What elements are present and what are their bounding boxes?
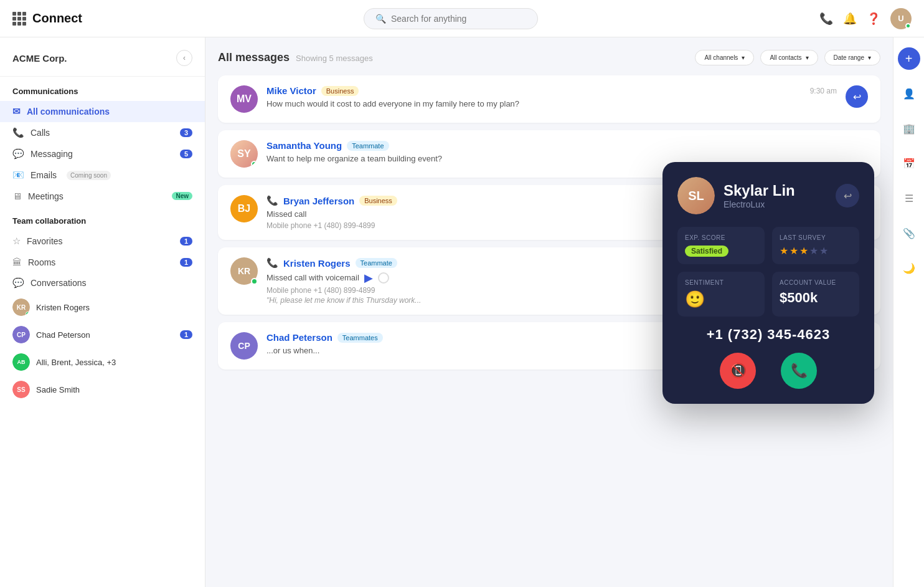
msg-top-samantha: Samantha Young Teammate [266,140,868,151]
msg-name-chad: Chad Peterson [266,332,332,343]
sentiment-stat: SENTIMENT 🙂 [677,272,765,317]
sidebar-item-conversations[interactable]: 💬 Conversations [0,272,205,294]
right-nav: + 👤 🏢 📅 ☰ 📎 🌙 [893,37,924,587]
main-content: All messages Showing 5 messages All chan… [205,37,893,587]
msg-tag-chad: Teammates [337,333,383,343]
sidebar-item-favorites[interactable]: ☆ Favorites 1 [0,231,205,252]
sidebar-item-emails[interactable]: 📧 Emails Coming soon [0,165,205,186]
convo-avatar-alli: AB [12,353,30,371]
msg-name-samantha: Samantha Young [266,140,342,151]
header-left: Connect [12,11,82,26]
convo-name-alli: Alli, Brent, Jessica, +3 [36,358,116,367]
all-channels-filter[interactable]: All channels ▾ [695,50,754,65]
convo-name-chad: Chad Peterson [36,330,90,340]
search-icon: 🔍 [375,14,386,24]
convo-item-kristen[interactable]: KR Kristen Rogers [2,294,202,321]
chad-badge: 1 [180,330,192,339]
convo-name-kristen: Kristen Rogers [36,303,90,312]
convo-item-sadie[interactable]: SS Sadie Smith [2,376,202,403]
messaging-badge: 5 [180,150,192,158]
help-icon[interactable]: ❓ [867,12,880,26]
bell-icon[interactable]: 🔔 [843,12,857,26]
sentiment-emoji: 🙂 [685,290,705,308]
convo-avatar-sadie: SS [12,381,30,398]
msg-body-samantha: Samantha Young Teammate Want to help me … [266,140,868,165]
message-card-mike: MV Mike Victor Business 9:30 am How much… [218,75,880,123]
sidebar-item-all-communications[interactable]: ✉ All communications [0,101,205,122]
decline-icon: 📵 [730,363,747,379]
favorites-icon: ☆ [12,236,21,247]
msg-time-mike: 9:30 am [810,87,837,95]
convo-avatar-kristen: KR [12,298,30,316]
chevron-down-icon: ▾ [868,54,871,61]
company-nav-button[interactable]: 🏢 [898,117,920,140]
call-phone-number: +1 (732) 345-4623 [677,327,859,343]
accept-call-button[interactable]: 📞 [781,353,817,389]
msg-avatar-bryan: BJ [230,195,258,222]
star-3: ★ [799,245,808,257]
conversations-icon: 💬 [12,277,24,289]
last-survey-label: LAST SURVEY [780,234,852,241]
call-contact: SL Skylar Lin ElectroLux ↩ [677,177,859,214]
moon-nav-button[interactable]: 🌙 [898,257,920,279]
search-bar[interactable]: 🔍 [364,8,538,29]
decline-call-button[interactable]: 📵 [720,353,756,389]
account-value-label: ACCOUNT VALUE [780,279,852,286]
search-input[interactable] [391,14,516,24]
paperclip-icon: 📎 [903,227,915,239]
call-actions: 📵 📞 [677,353,859,389]
grid-icon[interactable] [12,12,26,26]
all-contacts-filter[interactable]: All contacts ▾ [760,50,818,65]
building-icon: 🏢 [903,123,915,135]
communications-section-title: Communications [0,77,205,101]
profile-nav-button[interactable]: 👤 [898,82,920,105]
conversations-label: Conversations [31,278,87,288]
call-contact-avatar: SL [677,177,715,214]
star-5: ★ [819,245,828,257]
messages-title: All messages [218,51,290,64]
convo-item-chad[interactable]: CP Chad Peterson 1 [2,321,202,348]
convo-item-alli[interactable]: AB Alli, Brent, Jessica, +3 [2,348,202,376]
rooms-badge: 1 [180,258,192,267]
msg-tag-mike: Business [321,86,359,96]
call-stats: EXP. SCORE Satisfied LAST SURVEY ★ ★ ★ ★… [677,227,859,317]
msg-text-kristen: Missed call with voicemail [266,272,359,284]
calls-icon: 📞 [12,127,24,138]
filters: All channels ▾ All contacts ▾ Date range… [695,50,880,65]
sidebar-item-rooms[interactable]: 🏛 Rooms 1 [0,252,205,272]
online-dot-samantha [251,161,258,168]
collapse-button[interactable]: ‹ [176,50,192,66]
all-contacts-label: All contacts [770,54,801,61]
all-channels-label: All channels [704,54,738,61]
phone-icon[interactable]: 📞 [819,12,833,26]
date-range-filter[interactable]: Date range ▾ [824,50,880,65]
meetings-icon: 🖥 [12,191,22,201]
list-icon: ☰ [905,193,913,204]
chevron-down-icon: ▾ [742,54,745,61]
org-name: ACME Corp. [12,53,67,64]
exp-score-value: Satisfied [685,246,728,257]
call-back-button[interactable]: ↩ [836,184,859,208]
call-overlay: SL Skylar Lin ElectroLux ↩ EXP. SCORE Sa… [662,162,874,404]
call-contact-name: Skylar Lin [724,182,795,199]
list-nav-button[interactable]: ☰ [898,187,920,209]
sidebar-item-meetings[interactable]: 🖥 Meetings New [0,186,205,206]
reply-button-mike[interactable]: ↩ [846,85,868,108]
add-button[interactable]: + [898,47,920,70]
sidebar-item-calls[interactable]: 📞 Calls 3 [0,122,205,143]
header-icons: 📞 🔔 ❓ U [819,8,912,29]
msg-body-mike: Mike Victor Business 9:30 am How much wo… [266,85,837,110]
progress-circle [378,272,389,284]
call-contact-info: Skylar Lin ElectroLux [724,182,795,209]
last-survey-stat: LAST SURVEY ★ ★ ★ ★ ★ [772,227,859,264]
calendar-nav-button[interactable]: 📅 [898,152,920,174]
account-value-stat: ACCOUNT VALUE $500k [772,272,859,317]
user-avatar-wrap[interactable]: U [890,8,912,29]
play-button[interactable]: ▶ [364,271,373,285]
date-range-label: Date range [834,54,864,61]
calendar-icon: 📅 [903,158,915,169]
exp-score-label: EXP. SCORE [685,234,757,241]
meetings-label: Meetings [28,191,64,201]
paperclip-nav-button[interactable]: 📎 [898,222,920,244]
sidebar-item-messaging[interactable]: 💬 Messaging 5 [0,143,205,165]
